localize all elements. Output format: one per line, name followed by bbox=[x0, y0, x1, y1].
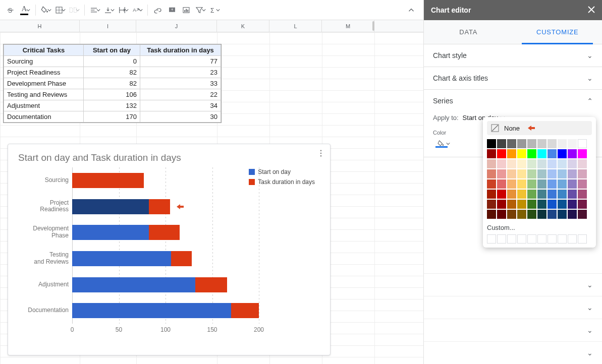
merge-cells-button[interactable] bbox=[67, 3, 81, 17]
color-swatch[interactable] bbox=[507, 190, 516, 199]
color-swatch[interactable] bbox=[578, 200, 587, 209]
color-swatch[interactable] bbox=[527, 169, 536, 178]
table-cell[interactable]: Sourcing bbox=[4, 56, 84, 67]
bar-segment[interactable] bbox=[72, 277, 195, 292]
column-header-M[interactable]: M bbox=[322, 20, 374, 32]
color-swatch[interactable] bbox=[578, 159, 587, 168]
color-swatch[interactable] bbox=[548, 169, 557, 178]
color-swatch[interactable] bbox=[578, 190, 587, 199]
v-align-button[interactable] bbox=[102, 3, 116, 17]
color-swatch[interactable] bbox=[568, 210, 577, 219]
section-collapsed-3[interactable]: ⌄ bbox=[424, 319, 602, 341]
color-swatch[interactable] bbox=[507, 179, 516, 189]
color-swatch[interactable] bbox=[548, 159, 557, 168]
fill-color-button[interactable] bbox=[39, 3, 53, 17]
color-swatch[interactable] bbox=[487, 190, 496, 199]
color-swatch[interactable] bbox=[497, 169, 506, 178]
table-cell[interactable]: 106 bbox=[84, 89, 140, 100]
color-custom-button[interactable]: Custom... bbox=[487, 224, 592, 231]
section-chart-style[interactable]: Chart style⌄ bbox=[424, 44, 602, 67]
color-swatch[interactable] bbox=[548, 149, 557, 158]
bar-segment[interactable] bbox=[72, 173, 144, 188]
color-swatch[interactable] bbox=[548, 210, 557, 219]
color-swatch[interactable] bbox=[487, 210, 496, 219]
table-cell[interactable]: Documentation bbox=[4, 111, 84, 123]
color-swatch[interactable] bbox=[497, 210, 506, 219]
color-swatch[interactable] bbox=[497, 190, 506, 199]
bar-segment[interactable] bbox=[72, 251, 171, 266]
color-swatch[interactable] bbox=[527, 159, 536, 168]
color-swatch[interactable] bbox=[517, 139, 526, 148]
color-swatch[interactable] bbox=[548, 200, 557, 209]
color-swatch[interactable] bbox=[568, 149, 577, 158]
color-swatch[interactable] bbox=[517, 169, 526, 178]
color-swatch[interactable] bbox=[487, 149, 496, 158]
insert-comment-button[interactable]: + bbox=[165, 3, 179, 17]
custom-color-slot[interactable] bbox=[507, 234, 516, 244]
color-swatch[interactable] bbox=[548, 190, 557, 199]
custom-color-slot[interactable] bbox=[537, 234, 546, 244]
bar-segment[interactable] bbox=[195, 277, 227, 292]
color-swatch[interactable] bbox=[558, 210, 567, 219]
color-swatch[interactable] bbox=[537, 169, 546, 178]
close-panel-button[interactable] bbox=[588, 6, 595, 15]
table-cell[interactable]: 170 bbox=[84, 111, 140, 123]
color-swatch[interactable] bbox=[568, 139, 577, 148]
color-swatch[interactable] bbox=[527, 149, 536, 158]
custom-color-slot[interactable] bbox=[527, 234, 536, 244]
color-swatch[interactable] bbox=[537, 139, 546, 148]
column-header-H[interactable]: H bbox=[0, 20, 80, 32]
color-swatch[interactable] bbox=[507, 200, 516, 209]
custom-color-slot[interactable] bbox=[578, 234, 587, 244]
series-color-button[interactable] bbox=[433, 138, 454, 150]
color-swatch[interactable] bbox=[517, 149, 526, 158]
table-cell[interactable]: Development Phase bbox=[4, 78, 84, 89]
table-cell[interactable]: Testing and Reviews bbox=[4, 89, 84, 100]
color-swatch[interactable] bbox=[558, 200, 567, 209]
custom-color-slot[interactable] bbox=[497, 234, 506, 244]
table-cell[interactable]: 33 bbox=[140, 78, 221, 89]
color-swatch[interactable] bbox=[497, 149, 506, 158]
text-rotate-button[interactable]: A bbox=[130, 3, 144, 17]
table-header[interactable]: Start on day bbox=[84, 45, 140, 56]
table-cell[interactable]: Adjustment bbox=[4, 100, 84, 111]
custom-color-slot[interactable] bbox=[558, 234, 567, 244]
section-collapsed-4[interactable]: ⌄ bbox=[424, 341, 602, 364]
bar-segment[interactable] bbox=[231, 303, 259, 318]
color-swatch[interactable] bbox=[558, 179, 567, 189]
color-swatch[interactable] bbox=[578, 169, 587, 178]
color-swatch[interactable] bbox=[517, 200, 526, 209]
table-header[interactable]: Critical Tasks bbox=[4, 45, 84, 56]
table-cell[interactable]: 30 bbox=[140, 111, 221, 123]
color-swatch[interactable] bbox=[497, 159, 506, 168]
section-series[interactable]: Series⌄ bbox=[424, 90, 602, 112]
table-header[interactable]: Task duration in days bbox=[140, 45, 221, 56]
color-swatch[interactable] bbox=[537, 179, 546, 189]
color-swatch[interactable] bbox=[558, 159, 567, 168]
color-swatch[interactable] bbox=[548, 139, 557, 148]
toolbar-collapse-button[interactable] bbox=[404, 3, 418, 17]
insert-chart-button[interactable] bbox=[179, 3, 193, 17]
table-cell[interactable]: 132 bbox=[84, 100, 140, 111]
strikethrough-button[interactable]: S bbox=[4, 3, 18, 17]
color-swatch[interactable] bbox=[517, 190, 526, 199]
bar-segment[interactable] bbox=[149, 199, 171, 214]
color-swatch[interactable] bbox=[537, 200, 546, 209]
functions-button[interactable]: Σ bbox=[207, 3, 222, 17]
color-swatch[interactable] bbox=[568, 200, 577, 209]
color-swatch[interactable] bbox=[578, 139, 587, 148]
custom-color-slot[interactable] bbox=[487, 234, 496, 244]
column-header-L[interactable]: L bbox=[269, 20, 322, 32]
section-collapsed-1[interactable]: ⌄ bbox=[424, 273, 602, 296]
table-cell[interactable]: Project Readiness bbox=[4, 67, 84, 78]
spreadsheet-area[interactable]: HIJKLM Critical TasksStart on dayTask du… bbox=[0, 20, 423, 364]
color-swatch[interactable] bbox=[568, 159, 577, 168]
chart-object[interactable]: Start on day and Task duration in days S… bbox=[8, 144, 331, 355]
text-color-button[interactable]: A bbox=[18, 3, 32, 17]
color-swatch[interactable] bbox=[487, 139, 496, 148]
chart-menu-button[interactable] bbox=[316, 148, 326, 158]
borders-button[interactable] bbox=[53, 3, 67, 17]
color-swatch[interactable] bbox=[517, 210, 526, 219]
h-align-button[interactable] bbox=[88, 3, 102, 17]
color-swatch[interactable] bbox=[558, 169, 567, 178]
